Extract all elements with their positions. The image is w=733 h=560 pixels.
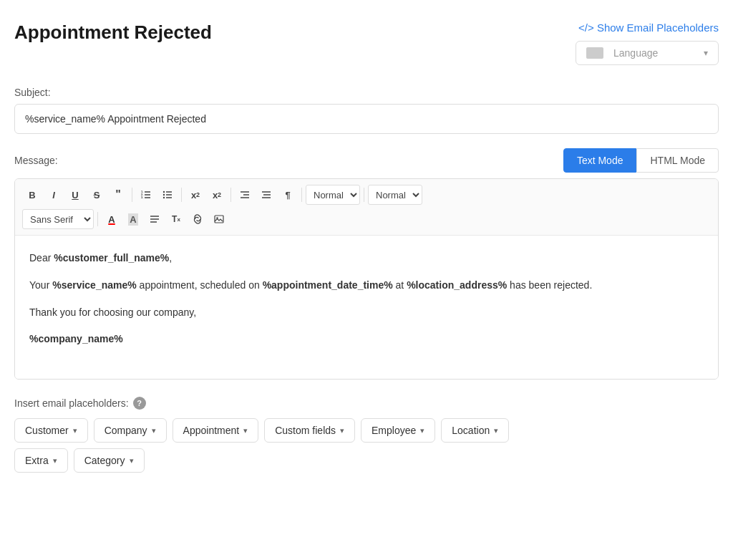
employee-btn-label: Employee <box>372 425 416 436</box>
extra-btn-label: Extra <box>25 455 49 466</box>
superscript-button[interactable]: x2 <box>207 185 227 205</box>
show-placeholders-link[interactable]: </> Show Email Placeholders <box>578 21 719 34</box>
language-dropdown[interactable]: Language ▾ <box>576 41 719 65</box>
toolbar-separator-3 <box>230 188 231 202</box>
font-family-select[interactable]: Sans Serif <box>22 209 94 229</box>
help-icon[interactable]: ? <box>133 397 146 410</box>
svg-point-11 <box>163 197 165 198</box>
subscript-button[interactable]: x2 <box>185 185 205 205</box>
heading-select-1[interactable]: Normal <box>306 185 360 205</box>
indent-increase-button[interactable] <box>256 185 276 205</box>
subject-section: Subject: <box>14 87 719 134</box>
employee-placeholder-btn[interactable]: Employee ▾ <box>361 418 435 443</box>
svg-text:3.: 3. <box>141 195 143 199</box>
category-chevron-icon: ▾ <box>130 456 134 465</box>
svg-rect-21 <box>215 216 223 223</box>
page-title: Appointment Rejected <box>14 21 212 44</box>
thank-you-text: Thank you for choosing our company, <box>29 306 196 318</box>
toolbar-separator-6 <box>97 212 98 226</box>
ordered-list-button[interactable]: 1.2.3. <box>136 185 156 205</box>
custom-fields-chevron-icon: ▾ <box>340 426 344 435</box>
custom-fields-placeholder-btn[interactable]: Custom fields ▾ <box>264 418 355 443</box>
location-placeholder-btn[interactable]: Location ▾ <box>441 418 509 443</box>
appointment-chevron-icon: ▾ <box>243 426 248 435</box>
line2-mid2: at <box>393 279 407 291</box>
editor-line-3: Thank you for choosing our company, <box>29 304 704 322</box>
placeholder-buttons-row-1: Customer ▾ Company ▾ Appointment ▾ Custo… <box>14 418 719 443</box>
company-name-placeholder: %company_name% <box>29 333 123 344</box>
category-btn-label: Category <box>84 455 125 466</box>
placeholder-buttons-row-2: Extra ▾ Category ▾ <box>14 448 719 473</box>
paragraph-button[interactable]: ¶ <box>278 185 298 205</box>
appt-datetime-placeholder: %appointment_date_time% <box>263 279 393 291</box>
customer-chevron-icon: ▾ <box>73 426 77 435</box>
svg-point-10 <box>163 194 165 195</box>
mode-buttons: Text Mode HTML Mode <box>563 148 719 173</box>
customer-placeholder-btn[interactable]: Customer ▾ <box>14 418 88 443</box>
html-mode-button[interactable]: HTML Mode <box>636 148 719 173</box>
line2-mid1: appointment, scheduled on <box>137 279 263 291</box>
editor-wrapper: B I U S " 1.2.3. x2 x2 <box>14 178 719 380</box>
your-text: Your <box>29 279 52 291</box>
message-label: Message: <box>14 155 58 166</box>
category-placeholder-btn[interactable]: Category ▾ <box>74 448 145 473</box>
extra-chevron-icon: ▾ <box>53 456 57 465</box>
insert-label: Insert email placeholders: ? <box>14 397 719 410</box>
employee-chevron-icon: ▾ <box>420 426 424 435</box>
strikethrough-button[interactable]: S <box>87 185 107 205</box>
text-mode-button[interactable]: Text Mode <box>563 148 637 173</box>
align-button[interactable] <box>145 209 165 229</box>
company-btn-label: Company <box>105 425 147 436</box>
company-chevron-icon: ▾ <box>152 426 156 435</box>
appointment-btn-label: Appointment <box>183 425 240 436</box>
editor-line-2: Your %service_name% appointment, schedul… <box>29 277 704 294</box>
line2-post: has been rejected. <box>507 279 592 291</box>
editor-line-4: %company_name% <box>29 331 704 348</box>
underline-button[interactable]: U <box>65 185 85 205</box>
insert-section: Insert email placeholders: ? Customer ▾ … <box>14 397 719 473</box>
message-section: Message: Text Mode HTML Mode B I U S " 1… <box>14 148 719 380</box>
indent-decrease-button[interactable] <box>235 185 255 205</box>
appointment-placeholder-btn[interactable]: Appointment ▾ <box>173 418 259 443</box>
editor-line1-comma: , <box>169 252 172 264</box>
language-flag <box>586 47 603 59</box>
blockquote-button[interactable]: " <box>108 185 128 205</box>
customer-name-placeholder: %customer_full_name% <box>54 252 169 264</box>
image-button[interactable] <box>209 209 229 229</box>
header-right: </> Show Email Placeholders Language ▾ <box>576 21 719 65</box>
font-color-button[interactable]: A <box>102 209 122 229</box>
subject-input[interactable] <box>14 104 719 134</box>
link-button[interactable] <box>188 209 208 229</box>
toolbar-separator-1 <box>132 188 132 202</box>
location-address-placeholder: %location_address% <box>407 279 507 291</box>
font-highlight-button[interactable]: A <box>123 209 143 229</box>
toolbar-row-2: Sans Serif A A Tx <box>22 209 711 229</box>
location-btn-label: Location <box>452 425 490 436</box>
svg-point-9 <box>163 191 165 193</box>
language-select-label: Language <box>613 47 698 59</box>
heading-select-2[interactable]: Normal <box>368 185 422 205</box>
extra-placeholder-btn[interactable]: Extra ▾ <box>14 448 68 473</box>
editor-line-1: Dear %customer_full_name%, <box>29 250 704 267</box>
service-name-placeholder: %service_name% <box>52 279 137 291</box>
toolbar-row-1: B I U S " 1.2.3. x2 x2 <box>22 185 711 205</box>
page-header: Appointment Rejected </> Show Email Plac… <box>14 21 719 65</box>
editor-content[interactable]: Dear %customer_full_name%, Your %service… <box>15 236 718 379</box>
custom-fields-btn-label: Custom fields <box>275 425 336 436</box>
unordered-list-button[interactable] <box>157 185 178 205</box>
toolbar: B I U S " 1.2.3. x2 x2 <box>15 179 718 236</box>
toolbar-separator-4 <box>301 188 302 202</box>
company-placeholder-btn[interactable]: Company ▾ <box>94 418 167 443</box>
language-chevron-icon: ▾ <box>704 48 708 58</box>
insert-label-text: Insert email placeholders: <box>14 397 129 409</box>
italic-button[interactable]: I <box>44 185 64 205</box>
bold-button[interactable]: B <box>22 185 42 205</box>
toolbar-separator-2 <box>181 188 182 202</box>
customer-btn-label: Customer <box>25 425 69 436</box>
location-chevron-icon: ▾ <box>494 426 498 435</box>
toolbar-separator-5 <box>364 188 364 202</box>
message-header: Message: Text Mode HTML Mode <box>14 148 719 173</box>
subject-label: Subject: <box>14 87 719 98</box>
clear-format-button[interactable]: Tx <box>166 209 186 229</box>
